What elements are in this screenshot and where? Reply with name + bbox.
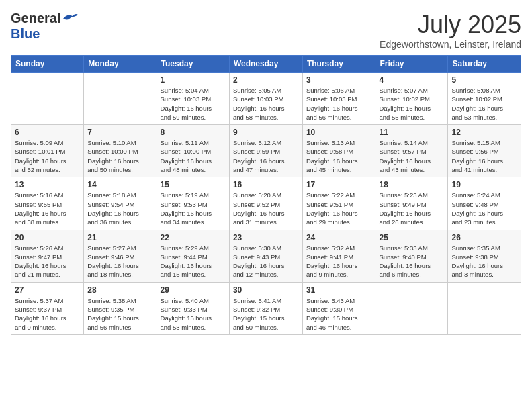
calendar-cell: 19Sunrise: 5:24 AMSunset: 9:48 PMDayligh… [448,177,521,230]
calendar-cell: 1Sunrise: 5:04 AMSunset: 10:03 PMDayligh… [157,73,229,125]
day-info: Sunrise: 5:18 AMSunset: 9:54 PMDaylight:… [87,191,152,226]
calendar-cell: 6Sunrise: 5:09 AMSunset: 10:01 PMDayligh… [11,125,84,177]
day-info: Sunrise: 5:27 AMSunset: 9:46 PMDaylight:… [87,244,152,279]
calendar-cell: 11Sunrise: 5:14 AMSunset: 9:57 PMDayligh… [375,125,448,177]
weekday-header-friday: Friday [375,56,448,73]
day-number: 20 [15,233,80,242]
day-info: Sunrise: 5:04 AMSunset: 10:03 PMDaylight… [161,86,226,122]
day-info: Sunrise: 5:40 AMSunset: 9:33 PMDaylight:… [161,296,226,332]
day-info: Sunrise: 5:09 AMSunset: 10:01 PMDaylight… [15,138,80,174]
calendar-cell: 16Sunrise: 5:20 AMSunset: 9:52 PMDayligh… [229,177,302,230]
calendar-cell: 2Sunrise: 5:05 AMSunset: 10:03 PMDayligh… [229,73,302,125]
day-info: Sunrise: 5:19 AMSunset: 9:53 PMDaylight:… [161,191,226,226]
month-title: July 2025 [380,11,521,39]
calendar-cell: 27Sunrise: 5:37 AMSunset: 9:37 PMDayligh… [11,282,84,334]
calendar-cell [375,282,448,334]
day-info: Sunrise: 5:41 AMSunset: 9:32 PMDaylight:… [233,296,299,332]
weekday-header-saturday: Saturday [448,56,521,73]
calendar-cell [448,282,521,334]
day-number: 25 [379,233,444,242]
calendar-cell: 21Sunrise: 5:27 AMSunset: 9:46 PMDayligh… [84,230,157,282]
calendar-cell: 20Sunrise: 5:26 AMSunset: 9:47 PMDayligh… [11,230,84,282]
calendar-cell: 23Sunrise: 5:30 AMSunset: 9:43 PMDayligh… [229,230,302,282]
calendar-table: SundayMondayTuesdayWednesdayThursdayFrid… [11,55,521,335]
day-info: Sunrise: 5:35 AMSunset: 9:38 PMDaylight:… [451,244,517,279]
calendar-cell: 13Sunrise: 5:16 AMSunset: 9:55 PMDayligh… [11,177,84,230]
day-number: 17 [306,180,372,189]
day-number: 14 [87,180,152,189]
weekday-header-row: SundayMondayTuesdayWednesdayThursdayFrid… [11,56,521,73]
day-number: 10 [306,128,372,137]
calendar-cell: 7Sunrise: 5:10 AMSunset: 10:00 PMDayligh… [84,125,157,177]
day-number: 3 [306,75,372,85]
day-number: 30 [233,285,299,295]
day-number: 24 [306,233,372,242]
weekday-header-monday: Monday [84,56,157,73]
day-info: Sunrise: 5:23 AMSunset: 9:49 PMDaylight:… [379,191,444,226]
day-number: 22 [161,233,226,242]
day-number: 21 [87,233,152,242]
calendar-cell: 9Sunrise: 5:12 AMSunset: 9:59 PMDaylight… [229,125,302,177]
day-number: 18 [379,180,444,189]
day-info: Sunrise: 5:11 AMSunset: 10:00 PMDaylight… [161,138,226,174]
calendar-week-row: 6Sunrise: 5:09 AMSunset: 10:01 PMDayligh… [11,125,521,177]
calendar-cell: 28Sunrise: 5:38 AMSunset: 9:35 PMDayligh… [84,282,157,334]
day-number: 23 [233,233,299,242]
day-info: Sunrise: 5:29 AMSunset: 9:44 PMDaylight:… [161,244,226,279]
day-info: Sunrise: 5:30 AMSunset: 9:43 PMDaylight:… [233,244,299,279]
calendar-week-row: 13Sunrise: 5:16 AMSunset: 9:55 PMDayligh… [11,177,521,230]
location-text: Edgeworthstown, Leinster, Ireland [380,39,521,50]
calendar-week-row: 1Sunrise: 5:04 AMSunset: 10:03 PMDayligh… [11,73,521,125]
page-header: General Blue July 2025 Edgeworthstown, L… [11,11,521,50]
day-number: 1 [161,75,226,85]
day-number: 28 [87,285,152,295]
calendar-week-row: 27Sunrise: 5:37 AMSunset: 9:37 PMDayligh… [11,282,521,334]
day-info: Sunrise: 5:08 AMSunset: 10:02 PMDaylight… [451,86,517,122]
day-info: Sunrise: 5:22 AMSunset: 9:51 PMDaylight:… [306,191,372,226]
day-number: 7 [87,128,152,137]
day-number: 12 [451,128,517,137]
weekday-header-thursday: Thursday [302,56,375,73]
day-number: 13 [15,180,80,189]
day-info: Sunrise: 5:32 AMSunset: 9:41 PMDaylight:… [306,244,372,279]
calendar-cell: 18Sunrise: 5:23 AMSunset: 9:49 PMDayligh… [375,177,448,230]
day-info: Sunrise: 5:20 AMSunset: 9:52 PMDaylight:… [233,191,299,226]
calendar-cell: 14Sunrise: 5:18 AMSunset: 9:54 PMDayligh… [84,177,157,230]
logo-blue-text: Blue [11,26,40,42]
day-number: 26 [451,233,517,242]
calendar-cell: 5Sunrise: 5:08 AMSunset: 10:02 PMDayligh… [448,73,521,125]
calendar-cell: 12Sunrise: 5:15 AMSunset: 9:56 PMDayligh… [448,125,521,177]
calendar-cell: 10Sunrise: 5:13 AMSunset: 9:58 PMDayligh… [302,125,375,177]
day-number: 4 [379,75,444,85]
calendar-cell: 24Sunrise: 5:32 AMSunset: 9:41 PMDayligh… [302,230,375,282]
calendar-cell: 3Sunrise: 5:06 AMSunset: 10:03 PMDayligh… [302,73,375,125]
title-block: July 2025 Edgeworthstown, Leinster, Irel… [380,11,521,50]
day-info: Sunrise: 5:10 AMSunset: 10:00 PMDaylight… [87,138,152,174]
day-info: Sunrise: 5:33 AMSunset: 9:40 PMDaylight:… [379,244,444,279]
day-number: 8 [161,128,226,137]
calendar-cell: 31Sunrise: 5:43 AMSunset: 9:30 PMDayligh… [302,282,375,334]
day-number: 19 [451,180,517,189]
calendar-cell: 17Sunrise: 5:22 AMSunset: 9:51 PMDayligh… [302,177,375,230]
weekday-header-sunday: Sunday [11,56,84,73]
calendar-cell: 4Sunrise: 5:07 AMSunset: 10:02 PMDayligh… [375,73,448,125]
day-number: 11 [379,128,444,137]
weekday-header-wednesday: Wednesday [229,56,302,73]
day-info: Sunrise: 5:06 AMSunset: 10:03 PMDaylight… [306,86,372,122]
day-info: Sunrise: 5:16 AMSunset: 9:55 PMDaylight:… [15,191,80,226]
logo-bird-icon [62,12,78,26]
calendar-cell: 26Sunrise: 5:35 AMSunset: 9:38 PMDayligh… [448,230,521,282]
day-number: 5 [451,75,517,85]
day-info: Sunrise: 5:12 AMSunset: 9:59 PMDaylight:… [233,138,299,174]
day-info: Sunrise: 5:07 AMSunset: 10:02 PMDaylight… [379,86,444,122]
day-number: 29 [161,285,226,295]
day-number: 15 [161,180,226,189]
calendar-cell: 30Sunrise: 5:41 AMSunset: 9:32 PMDayligh… [229,282,302,334]
logo-general-text: General [11,11,60,26]
calendar-cell: 15Sunrise: 5:19 AMSunset: 9:53 PMDayligh… [157,177,229,230]
calendar-week-row: 20Sunrise: 5:26 AMSunset: 9:47 PMDayligh… [11,230,521,282]
logo: General Blue [11,11,78,42]
day-info: Sunrise: 5:37 AMSunset: 9:37 PMDaylight:… [15,296,80,332]
calendar-cell: 22Sunrise: 5:29 AMSunset: 9:44 PMDayligh… [157,230,229,282]
day-info: Sunrise: 5:15 AMSunset: 9:56 PMDaylight:… [451,138,517,174]
